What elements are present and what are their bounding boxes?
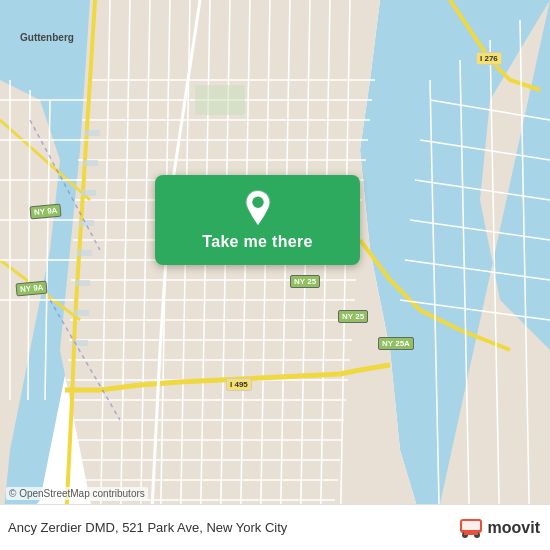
svg-rect-79: [462, 521, 480, 530]
ny9a-label-1: NY 9A: [29, 204, 61, 220]
svg-rect-71: [74, 310, 89, 316]
map-container: NY 9A NY 9A NY 25 NY 25 NY 25A I 276 I 4…: [0, 0, 550, 550]
take-me-there-button[interactable]: Take me there: [155, 175, 360, 265]
svg-rect-69: [77, 250, 92, 256]
svg-rect-73: [195, 85, 245, 115]
i495-label: I 495: [226, 378, 252, 391]
svg-rect-68: [79, 220, 94, 226]
svg-rect-82: [464, 532, 478, 535]
ny9a-label-2: NY 9A: [15, 281, 47, 297]
guttenberg-label: Guttenberg: [18, 32, 76, 43]
svg-rect-67: [81, 190, 96, 196]
map-attribution: © OpenStreetMap contributors: [6, 487, 148, 500]
moovit-logo: moovit: [458, 515, 540, 541]
moovit-icon: [458, 515, 484, 541]
moovit-text: moovit: [488, 519, 540, 537]
take-me-there-label: Take me there: [202, 233, 312, 251]
svg-rect-66: [83, 160, 98, 166]
bottom-bar: Ancy Zerdier DMD, 521 Park Ave, New York…: [0, 504, 550, 550]
location-address: Ancy Zerdier DMD, 521 Park Ave, New York…: [8, 520, 287, 535]
ny25-label-1: NY 25: [290, 275, 320, 288]
svg-rect-65: [85, 130, 100, 136]
ny25-label-2: NY 25: [338, 310, 368, 323]
i276-label: I 276: [476, 52, 502, 65]
svg-point-77: [252, 197, 263, 208]
svg-rect-70: [75, 280, 90, 286]
location-pin-icon: [242, 189, 274, 227]
ny25a-label: NY 25A: [378, 337, 414, 350]
